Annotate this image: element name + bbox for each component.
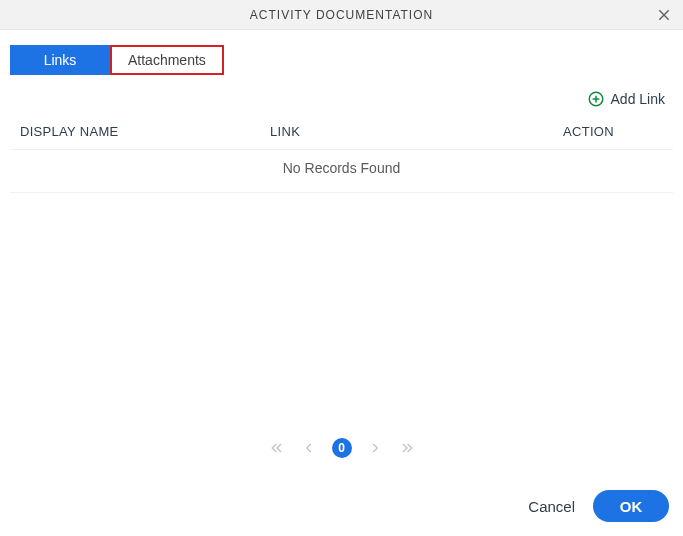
chevron-right-icon	[368, 441, 382, 455]
add-link-button[interactable]: Add Link	[0, 90, 665, 108]
tab-attachments-label: Attachments	[128, 52, 206, 68]
tab-links[interactable]: Links	[10, 45, 110, 75]
page-prev-button[interactable]	[300, 439, 318, 457]
close-button[interactable]	[655, 6, 673, 24]
dialog-header: ACTIVITY DOCUMENTATION	[0, 0, 683, 30]
plus-circle-icon	[587, 90, 605, 108]
tab-attachments[interactable]: Attachments	[110, 45, 224, 75]
page-next-button[interactable]	[366, 439, 384, 457]
chevron-double-left-icon	[270, 441, 284, 455]
page-last-button[interactable]	[398, 439, 416, 457]
col-link: LINK	[270, 124, 563, 139]
pagination: 0	[0, 438, 683, 458]
close-icon	[656, 7, 672, 23]
tab-bar: Links Attachments	[10, 45, 683, 75]
table-header: DISPLAY NAME LINK ACTION	[10, 116, 673, 150]
col-display-name: DISPLAY NAME	[20, 124, 270, 139]
chevron-left-icon	[302, 441, 316, 455]
page-first-button[interactable]	[268, 439, 286, 457]
add-link-label: Add Link	[611, 91, 665, 107]
footer-actions: Cancel OK	[528, 490, 669, 522]
empty-message: No Records Found	[10, 150, 673, 193]
cancel-button[interactable]: Cancel	[528, 498, 575, 515]
page-current-label: 0	[338, 441, 345, 455]
page-current[interactable]: 0	[332, 438, 352, 458]
ok-button[interactable]: OK	[593, 490, 669, 522]
table: DISPLAY NAME LINK ACTION No Records Foun…	[10, 116, 673, 193]
dialog-title: ACTIVITY DOCUMENTATION	[250, 8, 433, 22]
tab-links-label: Links	[44, 52, 77, 68]
col-action: ACTION	[563, 124, 663, 139]
chevron-double-right-icon	[400, 441, 414, 455]
